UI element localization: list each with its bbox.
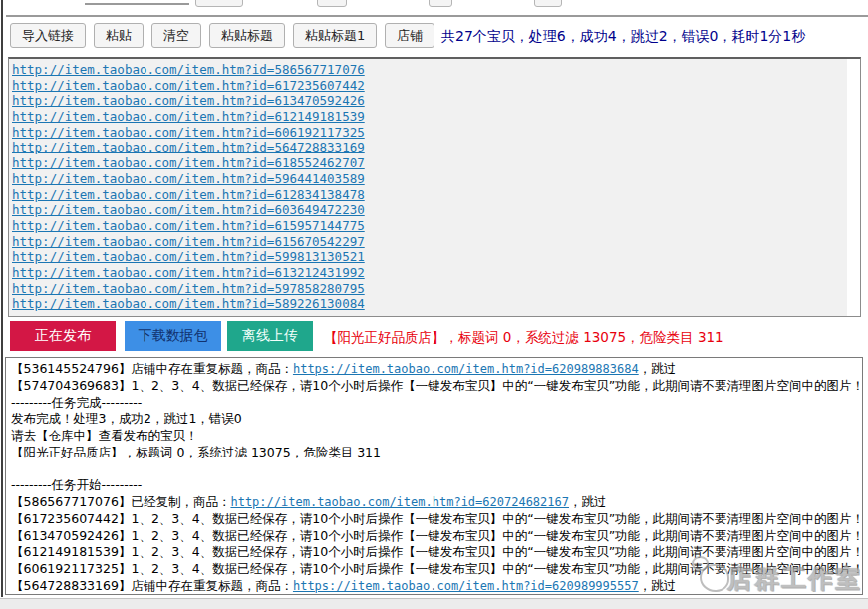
- shop-filter-status: 【阳光正好品质店】，标题词 0，系统过滤 13075，危险类目 311: [324, 329, 723, 347]
- log-line: 【612149181539】1、2、3、4、数据已经保存，请10个小时后操作【一…: [11, 544, 857, 561]
- log-line: 请去【仓库中】查看发布的宝贝！: [11, 428, 857, 445]
- taobao-item-link[interactable]: http://item.taobao.com/item.htm?id=59644…: [12, 171, 365, 186]
- download-datapack-button[interactable]: 下载数据包: [125, 321, 221, 351]
- taobao-item-link[interactable]: http://item.taobao.com/item.htm?id=61321…: [12, 265, 365, 280]
- url-list-row: http://item.taobao.com/item.htm?id=59785…: [12, 280, 860, 296]
- log-line: 【613470592426】1、2、3、4、数据已经保存，请10个小时后操作【一…: [11, 528, 857, 545]
- url-list-row: http://item.taobao.com/item.htm?id=61567…: [12, 233, 860, 249]
- url-list-row: http://item.taobao.com/item.htm?id=61595…: [12, 217, 860, 233]
- taobao-item-link[interactable]: http://item.taobao.com/item.htm?id=61595…: [12, 218, 365, 233]
- cropped-button-bottom: [534, 0, 562, 7]
- shop-button[interactable]: 店铺: [385, 23, 434, 48]
- cropped-top-row: [0, 0, 868, 15]
- taobao-item-link[interactable]: http://item.taobao.com/item.htm?id=56472…: [12, 140, 365, 154]
- taobao-item-link[interactable]: http://item.taobao.com/item.htm?id=59981…: [12, 249, 365, 264]
- log-text: ---------任务完成---------: [11, 395, 142, 410]
- log-text: 【586567717076】已经复制，商品：: [11, 494, 230, 509]
- paste-title-button[interactable]: 粘贴标题: [209, 23, 285, 48]
- cropped-button-bottom: [317, 0, 347, 7]
- log-item-link[interactable]: https://item.taobao.com/item.htm?id=6209…: [293, 579, 639, 593]
- url-list-row: http://item.taobao.com/item.htm?id=61214…: [12, 108, 860, 124]
- log-line: [11, 461, 857, 478]
- batch-progress-status: 共27个宝贝，处理6，成功4，跳过2，错误0，耗时1分1秒: [441, 28, 805, 46]
- log-text: 【606192117325】1、2、3、4、数据已经保存，请10个小时后操作【一…: [11, 561, 863, 576]
- clear-button[interactable]: 清空: [151, 23, 201, 48]
- log-line: ---------任务开始---------: [11, 477, 857, 494]
- paste-title1-button[interactable]: 粘贴标题1: [293, 23, 377, 48]
- log-line: 【阳光正好品质店】，标题词 0，系统过滤 13075，危险类目 311: [11, 445, 857, 461]
- log-line: 发布完成！处理3，成功2，跳过1，错误0: [11, 411, 857, 428]
- url-listbox[interactable]: http://item.taobao.com/item.htm?id=58656…: [8, 57, 861, 317]
- publishing-button[interactable]: 正在发布: [10, 321, 116, 351]
- url-list-row: http://item.taobao.com/item.htm?id=60364…: [12, 201, 860, 217]
- taobao-item-link[interactable]: http://item.taobao.com/item.htm?id=58656…: [12, 62, 365, 77]
- taobao-item-link[interactable]: http://item.taobao.com/item.htm?id=61723…: [12, 78, 365, 93]
- cropped-button-bottom: [429, 0, 452, 7]
- log-text: ，跳过: [569, 494, 607, 509]
- log-item-link[interactable]: https://item.taobao.com/item.htm?id=6209…: [293, 362, 639, 376]
- taobao-item-link[interactable]: http://item.taobao.com/item.htm?id=60364…: [12, 202, 365, 217]
- url-list-row: http://item.taobao.com/item.htm?id=56472…: [12, 139, 860, 154]
- taobao-item-link[interactable]: http://item.taobao.com/item.htm?id=61567…: [12, 234, 365, 249]
- log-text: ---------任务开始---------: [11, 477, 142, 492]
- log-text: 【617235607442】1、2、3、4、数据已经保存，请10个小时后操作【一…: [11, 511, 863, 526]
- log-line: 【564728833169】店铺中存在重复标题，商品：https://item.…: [11, 578, 857, 595]
- log-text: 【564728833169】店铺中存在重复标题，商品：: [11, 578, 293, 593]
- cropped-button-bottom: [195, 0, 243, 7]
- taobao-item-link[interactable]: http://item.taobao.com/item.htm?id=61855…: [12, 155, 365, 170]
- url-list-row: http://item.taobao.com/item.htm?id=58656…: [12, 61, 860, 77]
- log-text: 请去【仓库中】查看发布的宝贝！: [11, 428, 198, 443]
- url-list-rows: http://item.taobao.com/item.htm?id=58656…: [9, 59, 860, 311]
- url-list-row: http://item.taobao.com/item.htm?id=61283…: [12, 186, 860, 202]
- log-text: 【536145524796】店铺中存在重复标题，商品：: [11, 361, 293, 376]
- offline-upload-button[interactable]: 离线上传: [227, 321, 313, 351]
- log-text: 【阳光正好品质店】，标题词 0，系统过滤 13075，危险类目 311: [11, 445, 381, 459]
- url-list-row: http://item.taobao.com/item.htm?id=59981…: [12, 248, 860, 264]
- log-text: 【613470592426】1、2、3、4、数据已经保存，请10个小时后操作【一…: [11, 528, 863, 543]
- log-line: 【586567717076】已经复制，商品：http://item.taobao…: [11, 494, 857, 511]
- taobao-item-link[interactable]: http://item.taobao.com/item.htm?id=61214…: [12, 109, 365, 124]
- toolbar: 导入链接 粘贴 清空 粘贴标题 粘贴标题1 店铺: [10, 22, 442, 48]
- log-line: ---------任务完成---------: [11, 395, 857, 412]
- taobao-item-link[interactable]: http://item.taobao.com/item.htm?id=60619…: [12, 125, 365, 140]
- log-text: 【574704369683】1、2、3、4、数据已经保存，请10个小时后操作【一…: [11, 378, 863, 393]
- import-links-button[interactable]: 导入链接: [10, 23, 86, 48]
- url-list-row: http://item.taobao.com/item.htm?id=61723…: [12, 77, 860, 93]
- action-button-row: 正在发布 下载数据包 离线上传: [10, 321, 313, 351]
- taobao-item-link[interactable]: http://item.taobao.com/item.htm?id=61283…: [12, 187, 365, 202]
- window-bottom-strip: [0, 598, 868, 609]
- taobao-item-link[interactable]: http://item.taobao.com/item.htm?id=61347…: [12, 93, 365, 108]
- url-list-row: http://item.taobao.com/item.htm?id=59644…: [12, 170, 860, 186]
- url-list-row: http://item.taobao.com/item.htm?id=61321…: [12, 264, 860, 280]
- taobao-item-link[interactable]: http://item.taobao.com/item.htm?id=58922…: [12, 296, 365, 311]
- window-left-border: [1, 0, 3, 597]
- url-list-row: http://item.taobao.com/item.htm?id=60619…: [12, 124, 860, 140]
- log-output[interactable]: 【536145524796】店铺中存在重复标题，商品：https://item.…: [5, 357, 863, 595]
- log-text: 【612149181539】1、2、3、4、数据已经保存，请10个小时后操作【一…: [11, 544, 863, 559]
- url-list-row: http://item.taobao.com/item.htm?id=61855…: [12, 154, 860, 170]
- log-item-link[interactable]: http://item.taobao.com/item.htm?id=62072…: [230, 495, 569, 509]
- log-line: 【574704369683】1、2、3、4、数据已经保存，请10个小时后操作【一…: [11, 378, 857, 395]
- log-text: ，跳过: [639, 578, 677, 593]
- url-list-scrollbar[interactable]: [847, 59, 860, 316]
- log-line: 【536145524796】店铺中存在重复标题，商品：https://item.…: [11, 361, 857, 378]
- cropped-input-underline: [85, 3, 189, 5]
- url-list-row: http://item.taobao.com/item.htm?id=58922…: [12, 295, 860, 311]
- log-line: 【606192117325】1、2、3、4、数据已经保存，请10个小时后操作【一…: [11, 561, 857, 578]
- log-line: 【617235607442】1、2、3、4、数据已经保存，请10个小时后操作【一…: [11, 511, 857, 528]
- url-list-row: http://item.taobao.com/item.htm?id=61347…: [12, 92, 860, 108]
- taobao-item-link[interactable]: http://item.taobao.com/item.htm?id=59785…: [12, 281, 365, 296]
- log-text: ，跳过: [639, 361, 677, 376]
- toolbar-divider: [6, 15, 868, 17]
- paste-button[interactable]: 粘贴: [94, 23, 144, 48]
- log-text: 发布完成！处理3，成功2，跳过1，错误0: [11, 411, 242, 426]
